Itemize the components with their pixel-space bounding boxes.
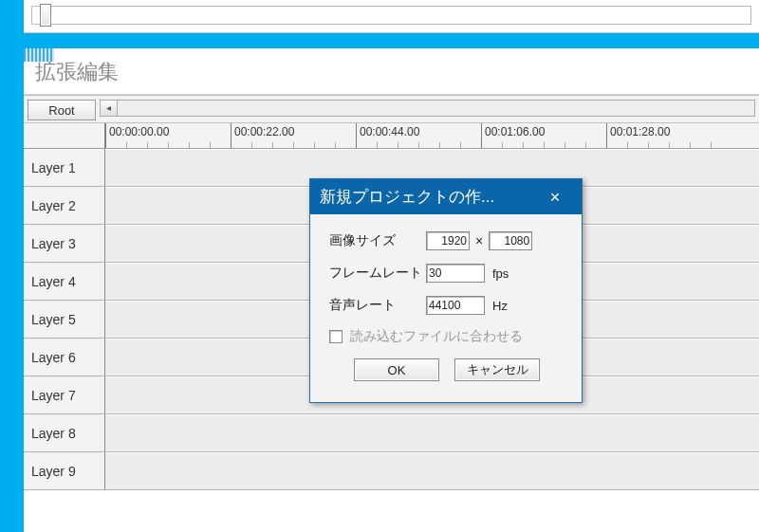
ruler-tick-minor (690, 142, 691, 148)
frame-rate-label: フレームレート (329, 265, 426, 282)
ruler-tick-minor (502, 142, 503, 148)
layer-track[interactable] (105, 452, 759, 489)
fps-unit: fps (492, 266, 509, 281)
timeline-top-row: Root ◂ (24, 96, 759, 123)
layer-label[interactable]: Layer 8 (24, 414, 105, 451)
layer-header-spacer (24, 123, 105, 148)
ok-button[interactable]: OK (354, 358, 439, 381)
layer-label[interactable]: Layer 4 (24, 263, 105, 300)
match-file-checkbox-row: 読み込むファイルに合わせる (329, 328, 565, 345)
time-ruler[interactable]: 00:00:00.0000:00:22.0000:00:44.0000:01:0… (105, 123, 759, 148)
ruler-row: 00:00:00.0000:00:22.0000:00:44.0000:01:0… (24, 123, 759, 149)
background (0, 33, 759, 48)
ruler-tick-minor (147, 142, 148, 148)
seek-slider-track[interactable] (31, 6, 751, 25)
image-width-input[interactable] (426, 231, 470, 250)
dialog-title-text: 新規プロジェクトの作... (320, 186, 494, 208)
new-project-dialog: 新規プロジェクトの作... × 画像サイズ × フレームレート fps 音声レー… (309, 178, 583, 403)
ruler-tick-minor (711, 142, 712, 148)
ruler-tick-minor (189, 142, 190, 148)
ruler-tick-minor (126, 142, 127, 148)
ruler-tick-minor (418, 142, 419, 148)
seek-slider-handle[interactable] (40, 4, 51, 27)
match-file-checkbox-label: 読み込むファイルに合わせる (350, 328, 523, 345)
ruler-tick-minor (627, 142, 628, 148)
frame-rate-row: フレームレート fps (329, 264, 565, 283)
dialog-body: 画像サイズ × フレームレート fps 音声レート Hz 読み込むファイルに合わ… (310, 214, 582, 402)
ruler-tick-minor (648, 142, 649, 148)
layer-label[interactable]: Layer 3 (24, 225, 105, 262)
match-file-checkbox[interactable] (329, 330, 342, 343)
ruler-tick-minor (272, 142, 273, 148)
ruler-tick-minor (377, 142, 378, 148)
layer-label[interactable]: Layer 6 (24, 339, 105, 376)
ruler-tick-minor (168, 142, 169, 148)
ruler-tick-label: 00:01:28.00 (610, 125, 670, 138)
frame-rate-input[interactable] (426, 264, 485, 283)
ruler-tick-minor (251, 142, 252, 148)
playhead-indicator (24, 48, 54, 62)
audio-rate-label: 音声レート (329, 297, 426, 314)
layer-label[interactable]: Layer 7 (24, 376, 105, 413)
image-height-input[interactable] (489, 231, 532, 250)
layer-label[interactable]: Layer 9 (24, 452, 105, 489)
layer-label[interactable]: Layer 5 (24, 301, 105, 338)
audio-rate-row: 音声レート Hz (329, 296, 565, 315)
ruler-tick-minor (439, 142, 440, 148)
ruler-tick-minor (398, 142, 398, 148)
cancel-button[interactable]: キャンセル (454, 358, 540, 381)
layer-label[interactable]: Layer 1 (24, 149, 105, 186)
ruler-tick-minor (565, 142, 565, 148)
ruler-tick (231, 123, 231, 148)
ruler-tick-minor (523, 142, 524, 148)
root-button[interactable]: Root (28, 100, 96, 120)
ruler-tick-minor (210, 142, 211, 148)
ruler-tick (606, 123, 607, 148)
image-size-row: 画像サイズ × (329, 231, 565, 250)
times-separator: × (475, 233, 483, 248)
audio-rate-input[interactable] (426, 296, 485, 315)
window-title: 拡張編集 (24, 48, 759, 95)
layer-track[interactable] (105, 414, 759, 451)
dialog-buttons: OK キャンセル (329, 358, 565, 394)
horizontal-scrollbar[interactable]: ◂ (100, 100, 755, 117)
ruler-tick-minor (314, 142, 315, 148)
ruler-tick-minor (335, 142, 336, 148)
layer-label[interactable]: Layer 2 (24, 187, 105, 224)
ruler-tick-minor (544, 142, 545, 148)
hz-unit: Hz (492, 299, 508, 313)
ruler-tick-minor (669, 142, 670, 148)
ruler-tick (356, 123, 357, 148)
upper-window (24, 0, 759, 33)
ruler-tick (481, 123, 482, 148)
ruler-tick-minor (460, 142, 461, 148)
ruler-tick-minor (293, 142, 294, 148)
image-size-label: 画像サイズ (329, 232, 426, 249)
layer-row: Layer 9 (24, 452, 759, 490)
ruler-tick-label: 00:00:22.00 (234, 125, 294, 138)
ruler-tick-minor (585, 142, 586, 148)
close-icon[interactable]: × (538, 189, 572, 206)
ruler-tick (105, 123, 106, 148)
ruler-tick-label: 00:00:00.00 (109, 125, 169, 138)
ruler-tick-label: 00:00:44.00 (360, 125, 419, 138)
dialog-titlebar[interactable]: 新規プロジェクトの作... × (310, 179, 582, 214)
layer-row: Layer 8 (24, 414, 759, 452)
scroll-left-button[interactable]: ◂ (101, 101, 118, 116)
ruler-tick-label: 00:01:06.00 (485, 125, 545, 138)
